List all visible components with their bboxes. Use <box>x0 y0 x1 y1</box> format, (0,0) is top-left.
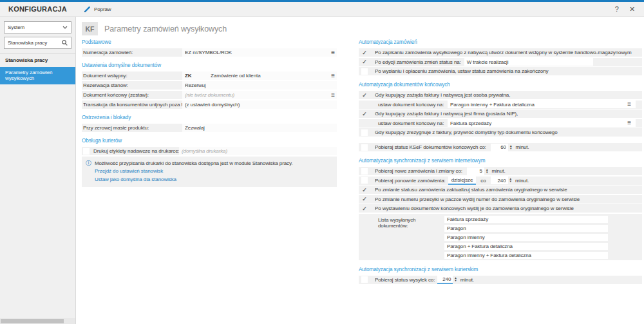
transakcja-label: Transakcja dla konsumentów unijnych poza… <box>83 102 182 108</box>
checkbox[interactable] <box>361 177 368 184</box>
down-arrow-icon[interactable]: ▼ <box>454 280 457 282</box>
toolbar: Popraw <box>76 6 615 13</box>
unit-label: minut. <box>515 144 529 150</box>
left-column: Podstawowe Numeracja zamówień: EZ nr/SYM… <box>82 39 337 285</box>
checkbox[interactable]: ✓ <box>361 92 368 99</box>
edit-button[interactable]: Popraw <box>84 6 111 13</box>
menu-icon[interactable]: ≡ <box>329 73 337 79</box>
spinner[interactable]: ▲ ▼ <box>454 277 457 282</box>
etykiety-checkbox[interactable] <box>83 148 90 155</box>
checkbox[interactable]: ✓ <box>361 205 368 212</box>
dokument-koncowy-field[interactable]: (nie twórz dokumentu) ≡ <box>182 91 337 99</box>
module-select-value: System <box>8 24 60 30</box>
dokument-firma-value: Faktura sprzedaży <box>450 120 491 126</box>
row-status-wysylek: Pobieraj status wysyłek co: 240 ▲ ▼ minu… <box>359 276 642 284</box>
menu-icon[interactable]: ≡ <box>329 50 337 56</box>
checkbox[interactable] <box>361 144 368 151</box>
etykiety-label: Drukuj etykiety nadawcze na drukarce: <box>93 148 179 154</box>
right-column: Automatyzacja zamówień ✓ Po zapisaniu za… <box>359 39 642 285</box>
rezerwacja-field[interactable]: Rezerwuj <box>182 81 337 90</box>
checkbox[interactable]: ✓ <box>361 196 368 202</box>
ksef-interval-field[interactable]: 60 <box>491 144 508 151</box>
wysylki-interval-field[interactable]: 240 <box>437 276 453 284</box>
checkbox[interactable] <box>361 68 368 75</box>
section-ustawienia-dokumentow: Ustawienia domyślne dokumentów <box>82 62 337 68</box>
masa-value: Zezwalaj <box>185 125 205 131</box>
dokument-koncowy-placeholder: (nie twórz dokumentu) <box>185 92 234 98</box>
search-input[interactable] <box>8 40 59 46</box>
row-wyslij-dokumenty: ✓ Po wystawieniu dokumentów końcowych wy… <box>359 204 642 213</box>
spinner[interactable]: ▲ ▼ <box>509 145 512 150</box>
down-arrow-icon[interactable]: ▼ <box>509 180 512 183</box>
close-button[interactable]: ✕ <box>629 5 635 14</box>
module-select[interactable]: System <box>4 21 71 33</box>
dokument-wstepny-label: Dokument wstępny: <box>83 73 182 79</box>
rezerwacja-value: Rezerwuj <box>185 82 206 88</box>
document-list-item[interactable]: Paragon imienny + Faktura detaliczna <box>444 252 608 259</box>
checkbox[interactable] <box>361 276 368 283</box>
spinner[interactable]: ▲ ▼ <box>486 169 488 174</box>
checkbox-label: Pobieraj status KSeF dokumentów końcowyc… <box>375 144 486 150</box>
row-dokument-osoba: ustaw dokument końcowy na: Paragon imien… <box>359 100 642 109</box>
pencil-icon <box>84 6 91 13</box>
unit-label: minut. <box>491 168 505 174</box>
checkbox[interactable] <box>361 168 368 175</box>
help-button[interactable]: ? <box>615 5 619 13</box>
checkbox[interactable] <box>361 129 368 136</box>
configuration-window: KONFIGURACJA Popraw ? ✕ System <box>0 0 644 324</box>
spinner[interactable]: ▲ ▼ <box>509 178 512 183</box>
dokument-osoba-field[interactable]: Paragon imienny + Faktura detaliczna ≡ <box>448 100 636 108</box>
scope-dropdown-field[interactable]: dzisiejsze <box>448 176 477 185</box>
sidebar-item-parametry-zamowien[interactable]: Parametry zamówień wysyłkowych <box>0 67 75 84</box>
edit-button-label: Popraw <box>94 6 111 12</box>
sidebar-item-stanowiska-pracy[interactable]: Stanowiska pracy <box>0 54 75 67</box>
down-arrow-icon[interactable]: ▼ <box>509 148 512 150</box>
section-podstawowe: Podstawowe <box>82 39 337 45</box>
chevron-down-icon <box>62 26 68 29</box>
checkbox-label: Po zapisaniu zamówienia wysyłkowego z na… <box>375 50 632 55</box>
scrollbar-thumb[interactable] <box>1 319 64 323</box>
document-list-item[interactable]: Paragon + Faktura detaliczna <box>444 243 608 250</box>
sidebar-search[interactable] <box>4 37 71 49</box>
checkbox-label: Pobieraj ponownie zamówienia: <box>375 178 446 184</box>
section-kurierzy: Obsługa kurierów <box>82 138 337 144</box>
sidebar: System Stanowiska pracy Parametry zamówi… <box>0 17 76 324</box>
etykiety-field[interactable]: (domyślna drukarka) <box>179 147 337 155</box>
checkbox-label: Po wysłaniu i opłaceniu zamówienia, usta… <box>375 68 548 74</box>
link-domyslna-stanowiska[interactable]: Ustaw jako domyślna dla stanowiska <box>95 176 333 184</box>
row-dokument-wstepny: Dokument wstępny: ZK Zamówienie od klien… <box>82 71 337 80</box>
section-ostrzezenia: Ostrzeżenia i blokady <box>82 115 337 120</box>
ponownie-interval-field[interactable]: 240 <box>491 176 508 184</box>
ustaw-dokument-label: ustaw dokument końcowy na: <box>378 120 444 126</box>
numeracja-value: EZ nr/SYMBOL/ROK <box>185 50 232 55</box>
masa-field[interactable]: Zezwalaj <box>182 124 337 132</box>
checkbox-label: Pobieraj status wysyłek co: <box>375 277 435 283</box>
dokument-firma-field[interactable]: Faktura sprzedaży ≡ <box>448 119 636 127</box>
dokument-osoba-value: Paragon imienny + Faktura detaliczna <box>450 102 535 108</box>
nowe-interval-field[interactable]: 5 <box>467 167 484 175</box>
rezerwacja-label: Rezerwacja stanów: <box>83 82 182 88</box>
document-list-item[interactable]: Paragon <box>444 225 608 232</box>
info-icon: ⓘ <box>86 160 91 167</box>
menu-icon[interactable]: ≡ <box>329 92 337 99</box>
link-ustawienia-stanowisk[interactable]: Przejdź do ustawień stanowisk <box>95 167 333 175</box>
checkbox[interactable]: ✓ <box>361 187 368 193</box>
numeracja-field[interactable]: EZ nr/SYMBOL/ROK ≡ <box>182 48 337 57</box>
checkbox-label: Gdy kupujący zażąda faktury i nabywcą je… <box>375 92 510 98</box>
dokument-koncowy-label: Dokument końcowy (zestaw): <box>83 92 182 98</box>
menu-icon[interactable]: ≡ <box>625 101 633 108</box>
checkbox[interactable]: ✓ <box>361 111 368 117</box>
document-list-item[interactable]: Paragon imienny <box>444 234 608 241</box>
checkbox[interactable]: ✓ <box>361 59 368 65</box>
transakcja-field[interactable]: (z ustawień domyślnych) <box>182 100 337 109</box>
menu-icon[interactable]: ≡ <box>625 120 633 126</box>
row-etykiety: Drukuj etykiety nadawcze na drukarce: (d… <box>82 147 337 155</box>
dokument-wstepny-field[interactable]: ZK Zamówienie od klienta ≡ <box>182 71 337 80</box>
document-list-item[interactable]: Faktura sprzedaży <box>444 216 608 223</box>
down-arrow-icon[interactable]: ▼ <box>486 171 488 174</box>
checkbox[interactable]: ✓ <box>361 50 368 56</box>
numeracja-label: Numeracja zamówień: <box>83 50 182 55</box>
row-transakcja: Transakcja dla konsumentów unijnych poza… <box>82 100 337 109</box>
status-field[interactable]: W trakcie realizacji <box>464 58 593 66</box>
sidebar-horizontal-scrollbar[interactable] <box>0 318 75 324</box>
